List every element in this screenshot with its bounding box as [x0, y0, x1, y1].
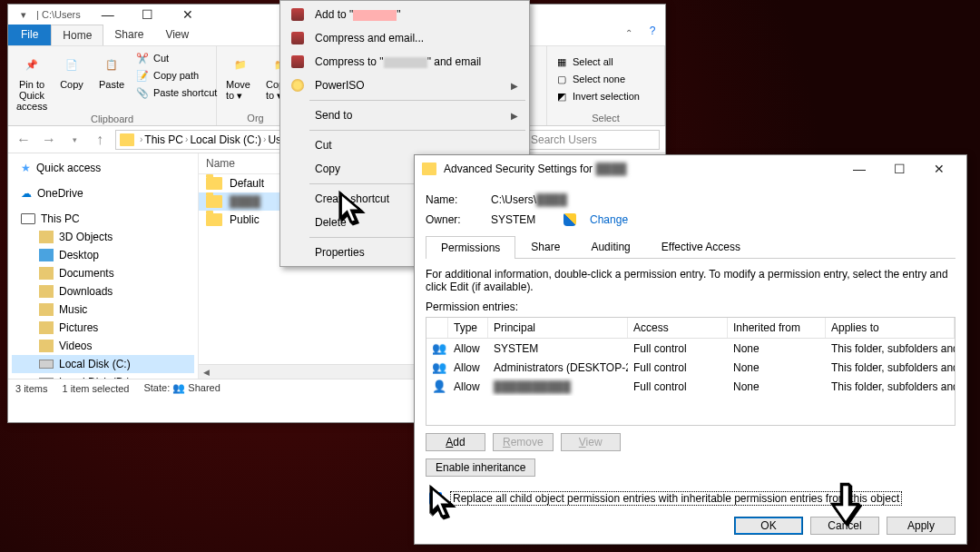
search-placeholder: Search Users — [531, 133, 597, 146]
select-all-button[interactable]: ▦Select all — [553, 54, 659, 70]
paste-button[interactable]: 📋Paste — [93, 50, 130, 92]
poweriso-icon — [291, 79, 304, 92]
folder-icon — [39, 321, 54, 334]
crumb-c[interactable]: Local Disk (C:) — [190, 133, 261, 146]
tab-permissions[interactable]: Permissions — [426, 236, 515, 259]
table-row[interactable]: 👥 Allow SYSTEM Full control None This fo… — [426, 339, 955, 358]
folder-icon — [39, 303, 54, 316]
add-button[interactable]: Add — [426, 433, 485, 451]
status-selected: 1 item selected — [62, 383, 129, 394]
select-group-label: Select — [553, 113, 659, 123]
tab-view[interactable]: View — [154, 25, 200, 45]
cancel-button[interactable]: Cancel — [810, 517, 879, 535]
clipboard-group-label: Clipboard — [14, 113, 211, 124]
tree-pictures[interactable]: Pictures — [12, 319, 194, 337]
name-value: C:\Users\████ — [491, 193, 567, 206]
tab-effective-access[interactable]: Effective Access — [646, 235, 756, 258]
ctx-add-to[interactable]: Add to "" — [282, 3, 527, 26]
tab-share[interactable]: Share — [103, 25, 154, 45]
nav-up-button[interactable]: ↑ — [90, 130, 110, 150]
advanced-security-dialog: Advanced Security Settings for ████ — ☐ … — [414, 154, 967, 545]
tab-file[interactable]: File — [8, 25, 51, 45]
move-to-button[interactable]: 📁Move to ▾ — [222, 50, 259, 104]
tree-3dobjects[interactable]: 3D Objects — [12, 228, 194, 246]
ctx-compress-email[interactable]: Compress and email... — [282, 26, 527, 50]
tree-this-pc[interactable]: This PC — [12, 210, 194, 228]
tab-auditing[interactable]: Auditing — [575, 235, 645, 258]
folder-icon — [120, 133, 134, 146]
status-item-count: 3 items — [15, 383, 47, 394]
owner-value: SYSTEM — [491, 213, 535, 226]
select-none-button[interactable]: ▢Select none — [553, 71, 659, 87]
invert-selection-button[interactable]: ◩Invert selection — [553, 88, 659, 104]
table-row[interactable]: 👤 Allow ██████████ Full control None Thi… — [426, 377, 955, 396]
tree-quick-access[interactable]: ★Quick access — [12, 159, 194, 177]
maximize-button[interactable]: ☐ — [879, 155, 919, 182]
replace-checkbox-label: Replace all child object permission entr… — [450, 491, 902, 506]
copy-path-button[interactable]: 📝Copy path — [133, 67, 219, 84]
cut-button[interactable]: ✂️Cut — [133, 50, 219, 66]
minimize-button[interactable]: — — [839, 155, 879, 182]
table-row[interactable]: 👥 Allow Administrators (DESKTOP-2N... Fu… — [426, 358, 955, 377]
ctx-send-to[interactable]: Send to▶ — [282, 104, 527, 127]
crumb-this-pc[interactable]: This PC — [144, 133, 183, 146]
permission-table: Type Principal Access Inherited from App… — [426, 317, 956, 426]
remove-button: Remove — [493, 433, 554, 451]
enable-inheritance-button[interactable]: Enable inheritance — [426, 458, 535, 477]
status-state: State: 👥 Shared — [143, 382, 220, 394]
security-tabs: Permissions Share Auditing Effective Acc… — [426, 235, 956, 259]
folder-icon — [422, 163, 436, 175]
nav-back-button[interactable]: ← — [14, 130, 34, 150]
entries-label: Permission entries: — [426, 301, 956, 313]
chevron-right-icon: ▶ — [511, 111, 518, 121]
tree-downloads[interactable]: Downloads — [12, 282, 194, 301]
copy-button[interactable]: 📄Copy — [54, 50, 90, 92]
owner-label: Owner: — [426, 213, 480, 226]
tree-local-disk-c[interactable]: Local Disk (C:) — [12, 355, 194, 373]
chevron-right-icon: ▶ — [511, 81, 518, 91]
nav-forward-button[interactable]: → — [39, 130, 59, 150]
window-controls: — ☐ ✕ — [88, 5, 208, 25]
users-icon: 👥 — [426, 339, 448, 358]
apply-button[interactable]: Apply — [887, 517, 956, 535]
close-button[interactable]: ✕ — [919, 155, 959, 182]
ok-button[interactable]: OK — [734, 517, 803, 535]
user-icon: 👤 — [426, 377, 448, 396]
minimize-button[interactable]: — — [88, 5, 128, 25]
tree-documents[interactable]: Documents — [12, 264, 194, 282]
tree-onedrive[interactable]: ☁OneDrive — [12, 184, 194, 202]
folder-icon — [206, 213, 222, 226]
close-button[interactable]: ✕ — [168, 5, 208, 25]
ctx-poweriso[interactable]: PowerISO▶ — [282, 74, 527, 97]
tree-local-disk-d[interactable]: Local Disk (D:) — [12, 373, 194, 379]
folder-icon — [39, 231, 54, 243]
name-label: Name: — [426, 193, 480, 206]
shield-icon — [564, 213, 576, 226]
folder-icon — [39, 267, 54, 280]
pin-quick-access-button[interactable]: 📌Pin to Quick access — [14, 50, 50, 113]
tree-desktop[interactable]: Desktop — [12, 246, 194, 264]
users-icon: 👥 — [426, 358, 448, 377]
dialog-title: Advanced Security Settings for ████ — [444, 163, 626, 175]
tree-music[interactable]: Music — [12, 301, 194, 319]
drive-icon — [39, 378, 54, 379]
table-header[interactable]: Type Principal Access Inherited from App… — [426, 318, 955, 339]
ctx-compress-to-email[interactable]: Compress to "" and email — [282, 50, 527, 74]
view-button: View — [561, 433, 621, 451]
folder-icon — [39, 340, 54, 352]
change-owner-link[interactable]: Change — [590, 213, 628, 226]
window-title: | C:\Users — [34, 9, 81, 20]
maximize-button[interactable]: ☐ — [128, 5, 168, 25]
desktop-icon — [39, 249, 54, 261]
help-icon[interactable]: ? — [640, 25, 665, 45]
ribbon-collapse-button[interactable]: ⌃ — [618, 25, 640, 45]
tree-videos[interactable]: Videos — [12, 337, 194, 355]
paste-shortcut-button[interactable]: 📎Paste shortcut — [133, 84, 219, 101]
tab-share[interactable]: Share — [515, 235, 575, 258]
replace-checkbox[interactable] — [429, 492, 442, 505]
winrar-icon — [291, 55, 304, 68]
tab-home[interactable]: Home — [51, 25, 103, 45]
nav-recent-button[interactable]: ▾ — [64, 130, 84, 150]
replace-checkbox-row[interactable]: Replace all child object permission entr… — [426, 489, 956, 508]
dialog-titlebar: Advanced Security Settings for ████ — ☐ … — [415, 155, 966, 182]
